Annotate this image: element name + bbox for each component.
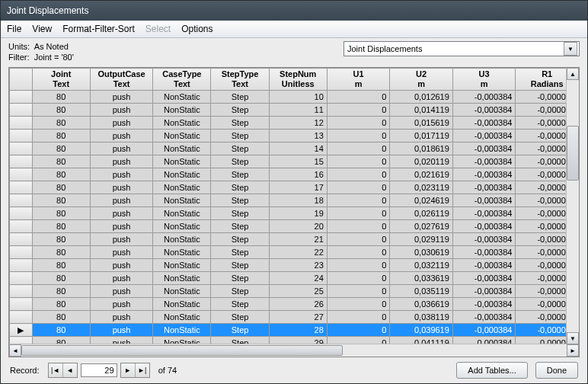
cell[interactable]: 0 [327, 337, 390, 344]
cell[interactable]: -0,000384 [452, 117, 516, 130]
cell[interactable]: push [90, 168, 153, 181]
cell[interactable]: 80 [32, 207, 90, 220]
cell[interactable]: push [90, 272, 153, 285]
cell[interactable]: Step [211, 155, 269, 168]
column-header[interactable]: StepNumUnitless [269, 69, 327, 91]
cell[interactable]: 0 [327, 142, 390, 155]
cell[interactable]: 0,032119 [390, 259, 453, 272]
cell[interactable]: NonStatic [153, 337, 211, 344]
cell[interactable]: 26 [269, 298, 327, 311]
cell[interactable]: -0,000384 [452, 298, 516, 311]
cell[interactable]: 80 [32, 117, 90, 130]
cell[interactable]: NonStatic [153, 181, 211, 194]
cell[interactable]: -0,000384 [452, 259, 516, 272]
cell[interactable]: NonStatic [153, 117, 211, 130]
cell[interactable]: push [90, 91, 153, 104]
table-row[interactable]: 80pushNonStaticStep2300,032119-0,000384-… [10, 259, 579, 272]
table-row[interactable]: 80pushNonStaticStep2900,041119-0,000384-… [10, 337, 579, 344]
cell[interactable]: -0,000384 [452, 324, 516, 337]
table-row[interactable]: 80pushNonStaticStep1300,017119-0,000384-… [10, 130, 579, 142]
row-header[interactable] [10, 337, 33, 344]
cell[interactable]: 0 [327, 117, 390, 130]
cell[interactable]: -0,000384 [452, 91, 516, 104]
column-header[interactable]: U1m [327, 69, 390, 91]
cell[interactable]: 0,035119 [390, 285, 453, 298]
cell[interactable]: 80 [32, 272, 90, 285]
cell[interactable]: -0,000384 [452, 233, 516, 246]
cell[interactable]: 12 [269, 117, 327, 130]
cell[interactable]: 0 [327, 194, 390, 207]
table-row[interactable]: 80pushNonStaticStep1400,018619-0,000384-… [10, 142, 579, 155]
cell[interactable]: push [90, 285, 153, 298]
cell[interactable]: 23 [269, 259, 327, 272]
row-header[interactable] [10, 233, 33, 246]
row-header[interactable] [10, 142, 33, 155]
cell[interactable]: 80 [32, 155, 90, 168]
cell[interactable]: 28 [269, 324, 327, 337]
horizontal-scrollbar[interactable]: ◄ ► [9, 344, 579, 357]
cell[interactable]: push [90, 337, 153, 344]
table-row[interactable]: 80pushNonStaticStep2400,033619-0,000384-… [10, 272, 579, 285]
cell[interactable]: Step [211, 285, 269, 298]
cell[interactable]: 0,036619 [390, 298, 453, 311]
table-row[interactable]: 80pushNonStaticStep2500,035119-0,000384-… [10, 285, 579, 298]
row-header[interactable] [10, 130, 33, 142]
menu-view[interactable]: View [32, 24, 52, 34]
row-header[interactable] [10, 117, 33, 130]
cell[interactable]: 80 [32, 233, 90, 246]
cell[interactable]: push [90, 298, 153, 311]
cell[interactable]: 0 [327, 311, 390, 324]
cell[interactable]: push [90, 311, 153, 324]
cell[interactable]: 0,018619 [390, 142, 453, 155]
cell[interactable]: Step [211, 181, 269, 194]
row-header[interactable] [10, 168, 33, 181]
cell[interactable]: Step [211, 117, 269, 130]
cell[interactable]: 0 [327, 130, 390, 142]
column-header[interactable]: StepTypeText [211, 69, 269, 91]
table-row[interactable]: 80pushNonStaticStep1200,015619-0,000384-… [10, 117, 579, 130]
cell[interactable]: 0,038119 [390, 311, 453, 324]
scroll-thumb[interactable] [567, 126, 579, 181]
cell[interactable]: Step [211, 91, 269, 104]
cell[interactable]: push [90, 324, 153, 337]
row-header[interactable] [10, 272, 33, 285]
vertical-scrollbar[interactable]: ▲ ▼ [566, 68, 579, 344]
cell[interactable]: 29 [269, 337, 327, 344]
cell[interactable]: 80 [32, 104, 90, 117]
cell[interactable]: -0,000384 [452, 181, 516, 194]
nav-next-button[interactable]: ► [121, 363, 136, 377]
table-row[interactable]: 80pushNonStaticStep1100,014119-0,000384-… [10, 104, 579, 117]
cell[interactable]: push [90, 117, 153, 130]
table-row[interactable]: ▶80pushNonStaticStep2800,039619-0,000384… [10, 324, 579, 337]
cell[interactable]: 21 [269, 233, 327, 246]
cell[interactable]: Step [211, 298, 269, 311]
cell[interactable]: Step [211, 130, 269, 142]
cell[interactable]: 0,029119 [390, 233, 453, 246]
cell[interactable]: push [90, 220, 153, 233]
cell[interactable]: NonStatic [153, 233, 211, 246]
cell[interactable]: 0,030619 [390, 246, 453, 259]
cell[interactable]: 80 [32, 259, 90, 272]
table-row[interactable]: 80pushNonStaticStep1600,021619-0,000384-… [10, 168, 579, 181]
cell[interactable]: 0,027619 [390, 220, 453, 233]
cell[interactable]: 80 [32, 194, 90, 207]
cell[interactable]: NonStatic [153, 168, 211, 181]
cell[interactable]: NonStatic [153, 246, 211, 259]
cell[interactable]: NonStatic [153, 272, 211, 285]
cell[interactable]: -0,000384 [452, 285, 516, 298]
cell[interactable]: 22 [269, 246, 327, 259]
cell[interactable]: push [90, 181, 153, 194]
table-row[interactable]: 80pushNonStaticStep2600,036619-0,000384-… [10, 298, 579, 311]
cell[interactable]: -0,000384 [452, 130, 516, 142]
table-row[interactable]: 80pushNonStaticStep1700,023119-0,000384-… [10, 181, 579, 194]
cell[interactable]: -0,000384 [452, 168, 516, 181]
cell[interactable]: 0 [327, 285, 390, 298]
cell[interactable]: -0,000384 [452, 272, 516, 285]
done-button[interactable]: Done [535, 362, 578, 379]
cell[interactable]: 80 [32, 298, 90, 311]
cell[interactable]: 0 [327, 181, 390, 194]
scroll-down-icon[interactable]: ▼ [567, 332, 579, 344]
column-header[interactable]: CaseTypeText [153, 69, 211, 91]
cell[interactable]: 0,020119 [390, 155, 453, 168]
cell[interactable]: Step [211, 168, 269, 181]
